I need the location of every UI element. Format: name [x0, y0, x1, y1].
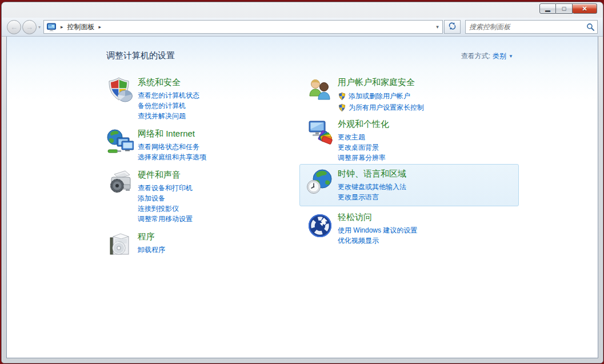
link-add-remove-accounts[interactable]: 添加或删除用户帐户 — [338, 90, 424, 102]
breadcrumb-arrow-icon[interactable]: ▸ — [61, 24, 63, 30]
control-panel-window: ▬ ▢ ✕ ← → ▾ ▸ 控制面板 ▸ ▾ — [1, 2, 603, 363]
link-connect-projector[interactable]: 连接到投影仪 — [138, 203, 193, 214]
category-system-security: 系统和安全 查看您的计算机状态 备份您的计算机 查找并解决问题 — [106, 77, 306, 121]
forward-button[interactable]: → — [22, 20, 37, 34]
link-adjust-mobility-settings[interactable]: 调整常用移动设置 — [138, 214, 193, 224]
link-change-desktop-background[interactable]: 更改桌面背景 — [338, 142, 389, 153]
view-by-selector[interactable]: 类别 ▼ — [493, 51, 513, 61]
appearance-personalization-icon[interactable] — [306, 118, 334, 146]
category-title-user-accounts[interactable]: 用户帐户和家庭安全 — [338, 77, 415, 88]
control-panel-icon — [46, 22, 57, 31]
window-controls: ▬ ▢ ✕ — [539, 3, 597, 14]
chevron-down-icon: ▼ — [509, 54, 513, 59]
category-programs: 程序 卸载程序 — [106, 231, 306, 258]
link-change-theme[interactable]: 更改主题 — [338, 132, 389, 142]
uac-shield-icon — [338, 103, 346, 112]
link-view-network-status[interactable]: 查看网络状态和任务 — [138, 142, 206, 152]
navigation-toolbar: ← → ▾ ▸ 控制面板 ▸ ▾ — [2, 18, 603, 37]
link-change-keyboards-input[interactable]: 更改键盘或其他输入法 — [338, 182, 406, 192]
link-change-display-language[interactable]: 更改显示语言 — [338, 192, 406, 202]
category-hardware-sound: 硬件和声音 查看设备和打印机 添加设备 连接到投影仪 调整常用移动设置 — [106, 169, 306, 224]
link-optimize-visual-display[interactable]: 优化视频显示 — [338, 235, 417, 246]
category-grid: 系统和安全 查看您的计算机状态 备份您的计算机 查找并解决问题 — [106, 77, 598, 265]
programs-icon[interactable] — [106, 231, 134, 258]
search-input[interactable] — [466, 21, 583, 33]
view-by: 查看方式: 类别 ▼ — [461, 51, 513, 61]
uac-shield-icon — [338, 92, 346, 101]
security-shield-icon[interactable] — [106, 77, 134, 104]
link-label: 为所有用户设置家长控制 — [349, 102, 424, 113]
user-accounts-icon[interactable] — [306, 77, 334, 104]
link-find-fix-problems[interactable]: 查找并解决问题 — [138, 111, 199, 121]
category-appearance: 外观和个性化 更改主题 更改桌面背景 调整屏幕分辨率 — [306, 118, 512, 163]
category-title-system-security[interactable]: 系统和安全 — [138, 77, 181, 88]
category-title-network-internet[interactable]: 网络和 Internet — [138, 129, 195, 139]
recent-pages-dropdown-icon[interactable]: ▾ — [38, 25, 41, 30]
link-uninstall-program[interactable]: 卸载程序 — [138, 245, 165, 255]
search-box — [465, 20, 598, 34]
link-label: 添加或删除用户帐户 — [349, 90, 410, 102]
maximize-icon: ▢ — [562, 6, 567, 11]
link-suggested-settings[interactable]: 使用 Windows 建议的设置 — [338, 225, 417, 235]
link-adjust-screen-resolution[interactable]: 调整屏幕分辨率 — [338, 153, 389, 163]
search-icon — [583, 23, 597, 31]
left-column: 系统和安全 查看您的计算机状态 备份您的计算机 查找并解决问题 — [106, 77, 306, 265]
refresh-icon — [448, 22, 457, 33]
ease-of-access-icon[interactable] — [306, 211, 334, 239]
link-parental-controls[interactable]: 为所有用户设置家长控制 — [338, 102, 424, 113]
category-clock-language-region[interactable]: 时钟、语言和区域 更改键盘或其他输入法 更改显示语言 — [299, 164, 519, 206]
back-button[interactable]: ← — [7, 20, 21, 34]
content-area: 调整计算机的设置 查看方式: 类别 ▼ — [6, 37, 598, 358]
view-by-value: 类别 — [493, 51, 506, 61]
category-title-clock-language-region[interactable]: 时钟、语言和区域 — [338, 169, 406, 179]
right-column: 用户帐户和家庭安全 — [306, 77, 512, 265]
address-history-dropdown-icon[interactable]: ▾ — [433, 21, 442, 33]
address-bar[interactable]: ▸ 控制面板 ▸ ▾ — [43, 20, 443, 34]
network-internet-icon[interactable] — [106, 128, 134, 155]
page-title: 调整计算机的设置 — [106, 50, 175, 61]
close-button[interactable]: ✕ — [573, 3, 597, 14]
breadcrumb-arrow-icon[interactable]: ▸ — [99, 24, 102, 30]
hardware-sound-icon[interactable] — [106, 169, 134, 197]
maximize-button[interactable]: ▢ — [556, 3, 573, 14]
breadcrumb-control-panel[interactable]: 控制面板 — [67, 22, 95, 32]
category-title-appearance[interactable]: 外观和个性化 — [338, 119, 389, 130]
category-title-programs[interactable]: 程序 — [138, 231, 155, 242]
titlebar[interactable]: ▬ ▢ ✕ — [2, 2, 603, 18]
link-view-computer-status[interactable]: 查看您的计算机状态 — [138, 90, 199, 101]
close-icon: ✕ — [582, 6, 587, 12]
link-view-devices-printers[interactable]: 查看设备和打印机 — [138, 183, 193, 193]
back-icon: ← — [10, 23, 18, 31]
link-backup-computer[interactable]: 备份您的计算机 — [138, 101, 199, 111]
forward-icon: → — [26, 23, 33, 31]
view-by-label: 查看方式: — [461, 51, 490, 61]
category-ease-of-access: 轻松访问 使用 Windows 建议的设置 优化视频显示 — [306, 211, 512, 246]
category-title-hardware-sound[interactable]: 硬件和声音 — [138, 170, 181, 181]
control-panel-home: 调整计算机的设置 查看方式: 类别 ▼ — [7, 37, 598, 358]
refresh-button[interactable] — [444, 20, 461, 34]
category-title-ease-of-access[interactable]: 轻松访问 — [338, 212, 372, 223]
clock-language-region-icon[interactable] — [306, 168, 334, 195]
minimize-icon: ▬ — [545, 8, 550, 13]
category-user-accounts: 用户帐户和家庭安全 — [306, 77, 512, 113]
minimize-button[interactable]: ▬ — [539, 3, 556, 14]
category-network-internet: 网络和 Internet 查看网络状态和任务 选择家庭组和共享选项 — [106, 128, 306, 162]
link-add-device[interactable]: 添加设备 — [138, 193, 193, 203]
link-homegroup-sharing[interactable]: 选择家庭组和共享选项 — [138, 152, 206, 162]
